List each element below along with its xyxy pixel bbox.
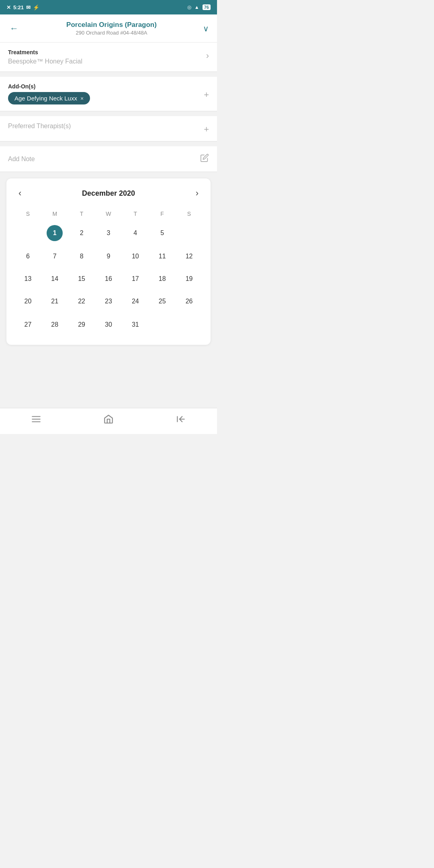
status-left: ✕ 5:21 ✉ ⚡ xyxy=(6,4,39,10)
addons-section: Add-On(s) Age Defying Neck Luxx × + xyxy=(0,77,217,111)
status-bar: ✕ 5:21 ✉ ⚡ ◎ ▲ 76 xyxy=(0,0,217,14)
header-title: Porcelain Origins (Paragon) 290 Orchard … xyxy=(20,21,203,36)
therapist-placeholder: Preferred Therapist(s) xyxy=(8,123,204,130)
calendar-prev-button[interactable]: ‹ xyxy=(14,186,25,200)
cal-header-sun: S xyxy=(14,208,41,221)
cal-header-sat: S xyxy=(176,208,203,221)
content-area: Treatments Beespoke™ Honey Facial › Add-… xyxy=(0,43,217,408)
treatments-chevron-right-icon[interactable]: › xyxy=(206,51,209,61)
business-address: 290 Orchard Road #04-48/48A xyxy=(20,30,203,36)
calendar-day-21[interactable]: 21 xyxy=(41,290,68,313)
time: 5:21 xyxy=(13,4,24,10)
treatments-label: Treatments xyxy=(8,49,206,55)
calendar-day-18[interactable]: 18 xyxy=(149,268,176,290)
calendar-day-25[interactable]: 25 xyxy=(149,290,176,313)
addon-chip-name: Age Defying Neck Luxx xyxy=(14,95,77,102)
cal-header-thu: T xyxy=(122,208,149,221)
calendar-day-23[interactable]: 23 xyxy=(95,290,122,313)
calendar-day-12[interactable]: 12 xyxy=(176,245,203,268)
calendar-day-19[interactable]: 19 xyxy=(176,268,203,290)
calendar-grid: S M T W T F S 12345678910111213141516171… xyxy=(14,208,203,337)
calendar-day-11[interactable]: 11 xyxy=(149,245,176,268)
calendar-day-20[interactable]: 20 xyxy=(14,290,41,313)
edit-icon[interactable] xyxy=(200,154,209,164)
calendar-day-8[interactable]: 8 xyxy=(68,245,95,268)
calendar-day-28[interactable]: 28 xyxy=(41,313,68,337)
calendar-header: ‹ December 2020 › xyxy=(14,186,203,200)
calendar-day-1[interactable]: 1 xyxy=(41,221,68,245)
chevron-down-icon[interactable]: ∨ xyxy=(203,24,209,33)
calendar-empty-cell xyxy=(176,221,203,245)
back-nav-icon[interactable] xyxy=(176,414,186,427)
treatments-left: Treatments Beespoke™ Honey Facial xyxy=(8,49,206,65)
calendar-day-13[interactable]: 13 xyxy=(14,268,41,290)
addons-label: Add-On(s) xyxy=(8,83,204,90)
calendar: ‹ December 2020 › S M T W T F S 12345678… xyxy=(6,178,211,345)
email-icon: ✉ xyxy=(26,4,31,10)
calendar-day-15[interactable]: 15 xyxy=(68,268,95,290)
therapist-add-icon[interactable]: + xyxy=(204,124,209,135)
calendar-day-headers: S M T W T F S xyxy=(14,208,203,221)
treatments-value: Beespoke™ Honey Facial xyxy=(8,58,206,65)
calendar-week-2: 13141516171819 xyxy=(14,268,203,290)
business-name: Porcelain Origins (Paragon) xyxy=(20,21,203,29)
calendar-empty-cell xyxy=(149,313,176,337)
calendar-day-22[interactable]: 22 xyxy=(68,290,95,313)
header: ← Porcelain Origins (Paragon) 290 Orchar… xyxy=(0,14,217,43)
calendar-empty-cell xyxy=(176,313,203,337)
therapist-section[interactable]: Preferred Therapist(s) + xyxy=(0,116,217,141)
calendar-day-9[interactable]: 9 xyxy=(95,245,122,268)
battery-indicator: 76 xyxy=(203,4,211,10)
treatments-section: Treatments Beespoke™ Honey Facial › xyxy=(0,43,217,72)
calendar-day-16[interactable]: 16 xyxy=(95,268,122,290)
calendar-day-2[interactable]: 2 xyxy=(68,221,95,245)
calendar-week-0: 12345 xyxy=(14,221,203,245)
note-input[interactable] xyxy=(8,156,200,163)
calendar-day-29[interactable]: 29 xyxy=(68,313,95,337)
calendar-day-17[interactable]: 17 xyxy=(122,268,149,290)
menu-icon[interactable] xyxy=(31,414,41,427)
calendar-next-button[interactable]: › xyxy=(192,186,203,200)
addon-chip-remove-icon[interactable]: × xyxy=(80,95,84,102)
calendar-month-title: December 2020 xyxy=(82,189,135,198)
home-icon[interactable] xyxy=(103,414,114,427)
note-section xyxy=(0,146,217,172)
wifi-icon: ▲ xyxy=(194,4,199,10)
cal-header-fri: F xyxy=(149,208,176,221)
calendar-day-10[interactable]: 10 xyxy=(122,245,149,268)
back-button[interactable]: ← xyxy=(8,22,20,35)
addons-add-icon[interactable]: + xyxy=(204,90,209,100)
calendar-day-30[interactable]: 30 xyxy=(95,313,122,337)
calendar-day-24[interactable]: 24 xyxy=(122,290,149,313)
calendar-week-4: 2728293031 xyxy=(14,313,203,337)
calendar-week-1: 6789101112 xyxy=(14,245,203,268)
calendar-empty-cell xyxy=(14,221,41,245)
messenger-icon: ⚡ xyxy=(33,4,39,10)
calendar-day-27[interactable]: 27 xyxy=(14,313,41,337)
calendar-day-6[interactable]: 6 xyxy=(14,245,41,268)
calendar-day-3[interactable]: 3 xyxy=(95,221,122,245)
cal-header-mon: M xyxy=(41,208,68,221)
cal-header-tue: T xyxy=(68,208,95,221)
calendar-day-4[interactable]: 4 xyxy=(122,221,149,245)
calendar-day-7[interactable]: 7 xyxy=(41,245,68,268)
calendar-day-5[interactable]: 5 xyxy=(149,221,176,245)
location-icon: ◎ xyxy=(187,4,191,10)
status-right: ◎ ▲ 76 xyxy=(187,4,211,10)
calendar-day-31[interactable]: 31 xyxy=(122,313,149,337)
close-icon: ✕ xyxy=(6,4,11,10)
calendar-day-26[interactable]: 26 xyxy=(176,290,203,313)
cal-header-wed: W xyxy=(95,208,122,221)
calendar-week-3: 20212223242526 xyxy=(14,290,203,313)
addons-chips: Age Defying Neck Luxx × xyxy=(8,92,204,104)
addons-left: Add-On(s) Age Defying Neck Luxx × xyxy=(8,83,204,104)
addon-chip-0[interactable]: Age Defying Neck Luxx × xyxy=(8,92,90,104)
calendar-day-14[interactable]: 14 xyxy=(41,268,68,290)
bottom-nav xyxy=(0,408,217,434)
therapist-left: Preferred Therapist(s) xyxy=(8,123,204,130)
